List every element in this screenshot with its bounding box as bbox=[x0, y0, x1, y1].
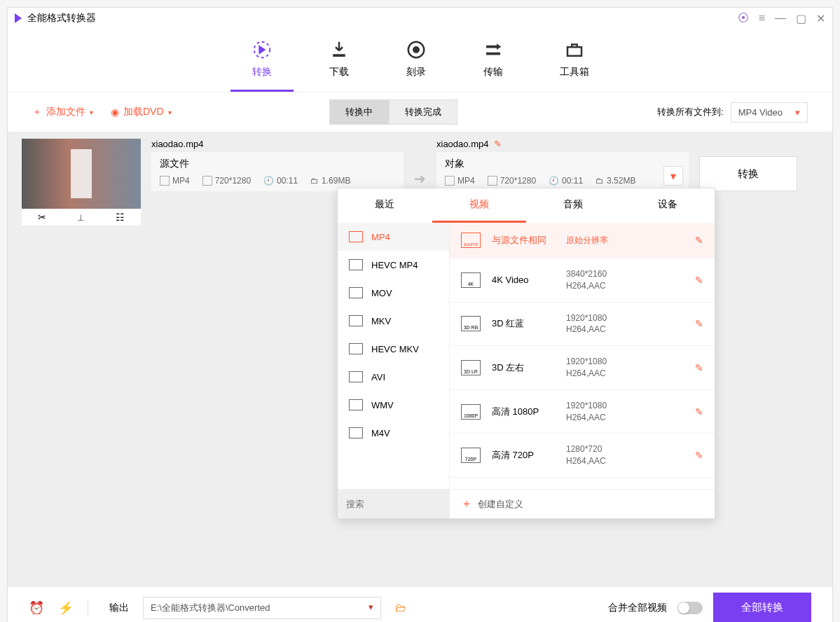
video-thumbnail[interactable] bbox=[22, 139, 141, 209]
format-item[interactable]: MKV bbox=[338, 307, 449, 335]
dd-tab-video[interactable]: 视频 bbox=[432, 188, 527, 223]
lightning-icon[interactable]: ⚡ bbox=[58, 600, 74, 616]
preset-icon: source bbox=[461, 233, 481, 248]
footer: ⏰ ⚡ 输出 E:\全能格式转换器\Converted 🗁 合并全部视频 全部转… bbox=[8, 586, 832, 622]
format-item[interactable]: MP4 bbox=[338, 223, 449, 251]
tab-convert[interactable]: 转换 bbox=[252, 39, 273, 92]
output-format-select[interactable]: MP4 Video bbox=[731, 102, 808, 123]
convert-button[interactable]: 转换 bbox=[699, 156, 797, 191]
add-file-button[interactable]: ＋ 添加文件 ▾ bbox=[32, 106, 93, 118]
open-folder-icon[interactable]: 🗁 bbox=[395, 602, 406, 614]
svg-rect-5 bbox=[486, 53, 500, 55]
preset-name: 与源文件相同 bbox=[492, 234, 555, 247]
preset-icon: 1080P bbox=[461, 404, 481, 420]
app-logo-icon bbox=[15, 13, 22, 23]
preset-item[interactable]: 1080P 高清 1080P 1920*1080H264,AAC ✎ bbox=[450, 390, 715, 434]
source-title: 源文件 bbox=[160, 158, 395, 170]
target-filename: xiaodao.mp4 bbox=[436, 139, 488, 149]
preset-item[interactable]: 4K 4K Video 3840*2160H264,AAC ✎ bbox=[450, 258, 715, 303]
crop-icon[interactable]: ⟂ bbox=[78, 212, 83, 223]
format-icon bbox=[349, 259, 363, 270]
convert-all-to: 转换所有文件到: MP4 Video bbox=[657, 102, 808, 123]
user-icon[interactable]: ⦿ bbox=[738, 12, 749, 25]
app-window: 全能格式转换器 ⦿ ≡ — ▢ ✕ 转换 下载 刻录 传输 工具箱 bbox=[7, 7, 833, 622]
tab-burn-label: 刻录 bbox=[406, 66, 426, 78]
format-item[interactable]: MOV bbox=[338, 279, 449, 307]
minimize-button[interactable]: — bbox=[775, 12, 786, 25]
format-item[interactable]: HEVC MP4 bbox=[338, 251, 449, 279]
close-button[interactable]: ✕ bbox=[816, 12, 825, 25]
hamburger-menu-icon[interactable]: ≡ bbox=[759, 12, 765, 25]
target-format-dropdown-button[interactable]: ▾ bbox=[663, 166, 683, 186]
source-panel: xiaodao.mp4 源文件 MP4 720*1280 🕘00:11 🗀1.6… bbox=[151, 139, 404, 191]
source-size: 1.69MB bbox=[322, 176, 350, 186]
alarm-icon[interactable]: ⏰ bbox=[29, 600, 44, 616]
status-tab-converting[interactable]: 转换中 bbox=[329, 99, 389, 125]
format-icon bbox=[349, 427, 363, 438]
transfer-icon bbox=[483, 39, 504, 60]
convert-icon bbox=[252, 39, 273, 60]
arrow-icon: ➔ bbox=[414, 170, 426, 187]
load-dvd-label: 加载DVD bbox=[123, 106, 164, 118]
format-label: WMV bbox=[371, 400, 394, 410]
dd-tab-recent[interactable]: 最近 bbox=[338, 188, 432, 223]
format-item[interactable]: AVI bbox=[338, 363, 449, 391]
preset-list[interactable]: source 与源文件相同 原始分辨率 ✎4K 4K Video 3840*21… bbox=[450, 223, 715, 489]
status-tab-done[interactable]: 转换完成 bbox=[389, 99, 457, 125]
svg-point-3 bbox=[413, 47, 419, 53]
chevron-down-icon: ▾ bbox=[168, 109, 172, 116]
preset-item[interactable]: source 与源文件相同 原始分辨率 ✎ bbox=[450, 223, 715, 258]
preset-item[interactable]: 3D RB 3D 红蓝 1920*1080H264,AAC ✎ bbox=[450, 303, 715, 347]
target-meta: MP4 720*1280 🕘00:11 🗀3.52MB bbox=[445, 176, 680, 186]
clock-icon: 🕘 bbox=[263, 176, 274, 186]
preset-item[interactable]: 720P 高清 720P 1280*720H264,AAC ✎ bbox=[450, 434, 715, 478]
format-item[interactable]: HEVC MKV bbox=[338, 335, 449, 363]
edit-filename-icon[interactable]: ✎ bbox=[494, 139, 502, 149]
target-size: 3.52MB bbox=[607, 176, 635, 186]
search-input[interactable] bbox=[338, 490, 450, 518]
edit-preset-icon[interactable]: ✎ bbox=[695, 406, 703, 417]
edit-preset-icon[interactable]: ✎ bbox=[695, 275, 703, 286]
tab-transfer[interactable]: 传输 bbox=[483, 39, 504, 92]
plus-icon: ＋ bbox=[461, 497, 472, 511]
preset-detail: 1920*1080H264,AAC bbox=[566, 312, 684, 336]
edit-preset-icon[interactable]: ✎ bbox=[695, 235, 703, 246]
edit-preset-icon[interactable]: ✎ bbox=[695, 318, 703, 329]
tab-burn[interactable]: 刻录 bbox=[406, 39, 427, 92]
target-title: 对象 bbox=[445, 158, 680, 170]
format-icon bbox=[349, 343, 363, 354]
convert-all-button[interactable]: 全部转换 bbox=[713, 593, 811, 622]
resolution-icon bbox=[488, 176, 497, 186]
svg-rect-6 bbox=[567, 47, 581, 56]
format-label: M4V bbox=[371, 428, 390, 438]
format-list[interactable]: MP4HEVC MP4MOVMKVHEVC MKVAVIWMVM4V bbox=[338, 223, 450, 489]
settings-icon[interactable]: ☷ bbox=[116, 212, 125, 223]
tab-download-label: 下载 bbox=[329, 66, 349, 78]
output-path-select[interactable]: E:\全能格式转换器\Converted bbox=[143, 597, 381, 619]
tab-download[interactable]: 下载 bbox=[329, 39, 350, 92]
cut-icon[interactable]: ✂ bbox=[38, 212, 46, 223]
merge-toggle[interactable] bbox=[677, 602, 703, 614]
load-dvd-button[interactable]: ◉ 加载DVD ▾ bbox=[111, 106, 172, 118]
disc-icon: ◉ bbox=[111, 106, 119, 118]
dd-tab-device[interactable]: 设备 bbox=[621, 188, 715, 223]
edit-preset-icon[interactable]: ✎ bbox=[695, 362, 703, 373]
format-label: MP4 bbox=[371, 232, 390, 242]
source-resolution: 720*1280 bbox=[215, 176, 251, 186]
preset-icon: 4K bbox=[461, 272, 481, 288]
format-item[interactable]: M4V bbox=[338, 419, 449, 447]
format-item[interactable]: WMV bbox=[338, 391, 449, 419]
maximize-button[interactable]: ▢ bbox=[796, 12, 806, 25]
source-meta: MP4 720*1280 🕘00:11 🗀1.69MB bbox=[160, 176, 395, 186]
burn-icon bbox=[406, 39, 427, 60]
edit-preset-icon[interactable]: ✎ bbox=[695, 450, 703, 461]
tab-toolbox[interactable]: 工具箱 bbox=[560, 39, 589, 92]
create-custom-button[interactable]: ＋ 创建自定义 bbox=[450, 490, 715, 518]
preset-item[interactable]: 3D LR 3D 左右 1920*1080H264,AAC ✎ bbox=[450, 346, 715, 390]
toolbox-icon bbox=[564, 39, 585, 60]
format-icon bbox=[349, 315, 363, 326]
output-label: 输出 bbox=[109, 602, 129, 614]
svg-rect-1 bbox=[333, 54, 345, 57]
svg-rect-4 bbox=[486, 46, 497, 48]
dd-tab-audio[interactable]: 音频 bbox=[526, 188, 621, 223]
